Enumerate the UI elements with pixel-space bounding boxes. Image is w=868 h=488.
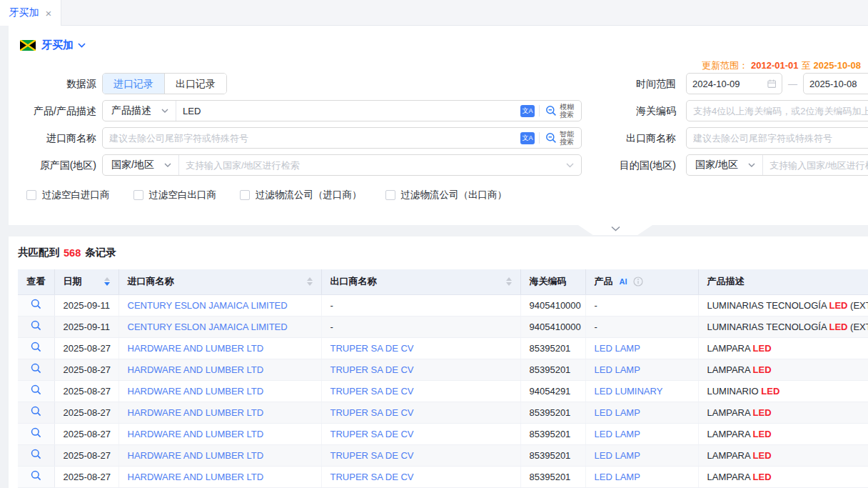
update-range-to: 2025-10-08 (814, 60, 862, 71)
keyword-highlight: LED (753, 343, 772, 354)
cell-product-link[interactable]: LED LUMINARY (595, 386, 663, 397)
view-record-button[interactable] (18, 466, 54, 487)
column-header-importer[interactable]: 进口商名称 (118, 269, 321, 294)
cell-description: LAMPARA LED (698, 337, 868, 359)
checkbox-label: 过滤空白进口商 (42, 189, 110, 201)
cell-importer-link[interactable]: CENTURY ESLON JAMAICA LIMITED (128, 322, 288, 332)
cell-product-link[interactable]: LED LAMP (595, 364, 640, 375)
cell-exporter: TRUPER SA DE CV (321, 466, 520, 487)
sort-icon[interactable] (104, 277, 110, 286)
tab-jamaica[interactable]: 牙买加 × (0, 0, 61, 26)
cell-exporter-link[interactable]: TRUPER SA DE CV (330, 429, 414, 439)
cell-exporter-link[interactable]: TRUPER SA DE CV (330, 343, 414, 354)
sort-icon[interactable] (506, 277, 512, 286)
end-date-field[interactable] (803, 73, 868, 94)
importer-name-input[interactable] (103, 128, 516, 148)
table-row: 2025-08-27HARDWARE AND LUMBER LTDTRUPER … (18, 466, 868, 487)
cell-product: - (585, 316, 698, 337)
exporter-label: 出口商名称 (582, 127, 686, 149)
checkbox-icon[interactable] (133, 190, 143, 200)
cell-importer-link[interactable]: HARDWARE AND LUMBER LTD (128, 472, 264, 482)
translate-icon[interactable]: 文A (520, 132, 535, 144)
filter-checkbox-3[interactable]: 过滤物流公司（出口商） (385, 189, 508, 201)
cell-description: LUMINARIO LED (698, 380, 868, 402)
cell-product: - (585, 294, 698, 316)
cell-importer-link[interactable]: HARDWARE AND LUMBER LTD (128, 364, 264, 375)
hs-code-input[interactable] (687, 101, 868, 121)
dest-country-input[interactable] (763, 155, 868, 175)
summary-suffix: 条记录 (85, 246, 116, 259)
chevron-down-icon (566, 163, 574, 168)
sort-icon[interactable] (307, 277, 313, 286)
column-label: 产品描述 (707, 275, 745, 288)
cell-exporter-link[interactable]: TRUPER SA DE CV (330, 450, 414, 461)
cell-importer-link[interactable]: HARDWARE AND LUMBER LTD (128, 450, 264, 461)
time-range-label: 时间范围 (582, 73, 686, 94)
cell-product-link[interactable]: LED LAMP (595, 343, 640, 354)
filter-checkbox-1[interactable]: 过滤空白出口商 (133, 189, 217, 201)
translate-icon[interactable]: 文A (520, 105, 535, 117)
cell-importer-link[interactable]: HARDWARE AND LUMBER LTD (128, 407, 264, 418)
view-record-button[interactable] (18, 402, 54, 423)
product-search-input[interactable] (176, 101, 516, 121)
results-table: 查看日期进口商名称出口商名称海关编码产品AI产品描述 2025-09-11CEN… (18, 269, 868, 488)
cell-importer: HARDWARE AND LUMBER LTD (118, 402, 321, 423)
origin-country-input[interactable] (179, 155, 566, 175)
column-header-exporter[interactable]: 出口商名称 (321, 269, 520, 294)
cell-importer-link[interactable]: HARDWARE AND LUMBER LTD (128, 343, 264, 354)
start-date-field[interactable] (686, 73, 782, 94)
cell-exporter-link[interactable]: TRUPER SA DE CV (330, 364, 414, 375)
origin-country-select[interactable]: 国家/地区 (103, 155, 179, 175)
cell-product-link[interactable]: LED LAMP (595, 407, 640, 418)
cell-importer-link[interactable]: HARDWARE AND LUMBER LTD (128, 386, 264, 397)
column-header-date[interactable]: 日期 (54, 269, 118, 294)
view-record-button[interactable] (18, 316, 54, 337)
product-type-select[interactable]: 产品描述 (103, 101, 176, 121)
cell-importer-link[interactable]: CENTURY ESLON JAMAICA LIMITED (128, 300, 288, 311)
cell-date: 2025-08-27 (54, 402, 118, 423)
view-record-button[interactable] (18, 423, 54, 444)
view-record-button[interactable] (18, 359, 54, 380)
cell-exporter-link[interactable]: TRUPER SA DE CV (330, 386, 414, 397)
product-label: 产品/产品描述 (9, 100, 102, 121)
end-date-input[interactable] (809, 79, 868, 89)
checkbox-icon[interactable] (240, 190, 250, 200)
dest-country-select[interactable]: 国家/地区 (687, 155, 763, 175)
cell-importer: HARDWARE AND LUMBER LTD (118, 423, 321, 444)
cell-date: 2025-08-27 (54, 423, 118, 444)
collapse-panel-button[interactable] (578, 225, 652, 235)
column-header-product: 产品AI (585, 269, 698, 294)
filter-checkbox-2[interactable]: 过滤物流公司（进口商） (240, 189, 362, 201)
checkbox-icon[interactable] (385, 190, 395, 200)
view-record-button[interactable] (18, 380, 54, 402)
cell-importer-link[interactable]: HARDWARE AND LUMBER LTD (128, 429, 264, 439)
tab-import-records[interactable]: 进口记录 (103, 74, 164, 94)
view-record-button[interactable] (18, 444, 54, 466)
cell-exporter-link[interactable]: TRUPER SA DE CV (330, 407, 414, 418)
keyword-highlight: LED (829, 322, 847, 332)
tab-export-records[interactable]: 出口记录 (164, 74, 226, 94)
cell-exporter: - (321, 316, 520, 337)
start-date-input[interactable] (692, 79, 767, 89)
keyword-highlight: LED (753, 429, 772, 439)
keyword-highlight: LED (829, 300, 847, 311)
view-record-button[interactable] (18, 337, 54, 359)
chevron-down-icon[interactable] (78, 43, 86, 48)
cell-exporter: TRUPER SA DE CV (321, 380, 520, 402)
checkbox-icon[interactable] (26, 190, 36, 200)
country-header[interactable]: 牙买加 (9, 26, 868, 56)
cell-product: LED LAMP (585, 423, 698, 444)
close-icon[interactable]: × (46, 8, 52, 19)
exporter-name-input[interactable] (687, 128, 868, 148)
cell-product-link[interactable]: LED LAMP (595, 450, 640, 461)
filter-checkbox-0[interactable]: 过滤空白进口商 (26, 189, 110, 201)
fuzzy-search-button[interactable]: 模糊搜索 (540, 103, 581, 119)
cell-importer: HARDWARE AND LUMBER LTD (118, 337, 321, 359)
info-icon[interactable] (633, 277, 643, 287)
cell-product-link[interactable]: LED LAMP (595, 472, 640, 482)
cell-exporter-link[interactable]: TRUPER SA DE CV (330, 472, 414, 482)
checkbox-label: 过滤物流公司（进口商） (256, 189, 362, 201)
smart-search-button[interactable]: 智能搜索 (540, 130, 581, 146)
cell-product-link[interactable]: LED LAMP (595, 429, 640, 439)
view-record-button[interactable] (18, 294, 54, 316)
